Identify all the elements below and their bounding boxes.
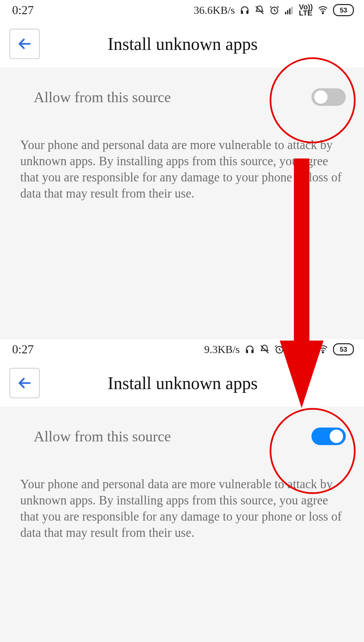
signal-icon [284, 5, 294, 15]
signal-icon [289, 344, 299, 354]
volte-icon: Vo)) LTE [299, 4, 313, 16]
svg-rect-9 [294, 348, 296, 354]
svg-rect-2 [287, 10, 289, 14]
arrow-left-icon [16, 374, 33, 392]
svg-rect-7 [290, 351, 291, 354]
setting-label: Allow from this source [34, 428, 171, 445]
back-button[interactable] [9, 368, 40, 398]
arrow-left-icon [16, 35, 33, 53]
mute-icon [260, 344, 270, 354]
battery-level: 53 [340, 6, 347, 14]
svg-point-5 [322, 12, 324, 14]
alarm-icon [274, 344, 284, 354]
wifi-icon [317, 5, 328, 15]
status-icons: 36.6KB/s Vo)) LTE 53 [194, 4, 354, 17]
status-time: 0:27 [12, 3, 34, 17]
setting-label: Allow from this source [34, 89, 171, 106]
toggle-knob [330, 430, 343, 443]
volte-icon: Vo LT [304, 343, 313, 355]
status-icons: 9.3KB/s Vo LT 53 [204, 343, 354, 356]
headphones-icon [240, 5, 250, 15]
svg-rect-3 [289, 8, 291, 14]
svg-rect-1 [285, 12, 286, 14]
allow-source-toggle[interactable] [311, 88, 346, 106]
toggle-knob [314, 90, 328, 104]
page-title: Install unknown apps [40, 34, 355, 54]
screen-after: 0:27 9.3KB/s Vo LT [0, 339, 364, 642]
allow-source-toggle[interactable] [311, 428, 346, 445]
battery-icon: 53 [333, 343, 354, 355]
svg-point-11 [322, 352, 324, 353]
content-area: Allow from this source Your phone and pe… [0, 67, 364, 339]
back-button[interactable] [9, 29, 40, 59]
status-time: 0:27 [12, 342, 34, 356]
svg-rect-4 [291, 7, 293, 14]
battery-icon: 53 [333, 4, 354, 16]
headphones-icon [245, 344, 255, 354]
alarm-icon [269, 5, 279, 15]
content-area: Allow from this source Your phone and pe… [0, 407, 364, 642]
mute-icon [254, 5, 265, 15]
header: Install unknown apps [0, 359, 364, 407]
screen-before: 0:27 36.6KB/s Vo)) LTE [0, 0, 364, 339]
svg-rect-8 [292, 349, 293, 354]
tutorial-before-after: 0:27 36.6KB/s Vo)) LTE [0, 0, 364, 642]
network-speed: 9.3KB/s [204, 343, 240, 356]
battery-level: 53 [340, 346, 347, 353]
status-bar: 0:27 9.3KB/s Vo LT [0, 339, 364, 359]
setting-description: Your phone and personal data are more vu… [0, 137, 364, 202]
setting-row[interactable]: Allow from this source [0, 420, 364, 453]
wifi-icon [317, 344, 328, 354]
setting-row[interactable]: Allow from this source [0, 81, 364, 113]
page-title: Install unknown apps [40, 373, 355, 393]
header: Install unknown apps [0, 20, 364, 67]
svg-rect-10 [296, 346, 298, 354]
network-speed: 36.6KB/s [194, 4, 235, 17]
setting-description: Your phone and personal data are more vu… [0, 476, 364, 541]
status-bar: 0:27 36.6KB/s Vo)) LTE [0, 0, 364, 20]
